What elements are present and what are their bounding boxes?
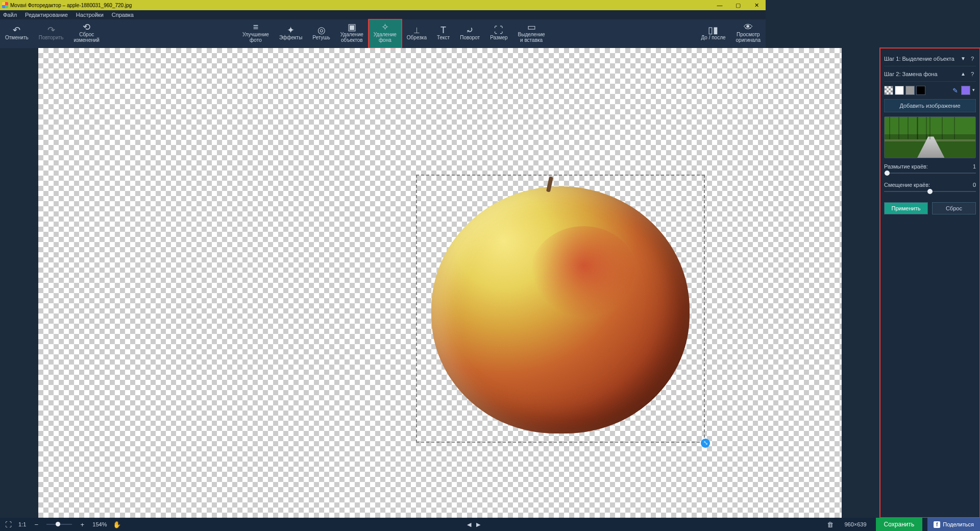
subject-apple	[431, 186, 690, 415]
menu-settings[interactable]: Настройки	[76, 12, 104, 18]
enhance-button[interactable]: ≡Улучшение фото	[237, 19, 274, 48]
window-minimize[interactable]: —	[710, 0, 729, 10]
retouch-icon: ◎	[317, 28, 326, 33]
remove-obj-icon: ▣	[348, 25, 356, 30]
menu-help[interactable]: Справка	[112, 12, 134, 18]
remove-bg-icon: ✧	[381, 25, 389, 30]
crop-icon: ⟂	[414, 28, 420, 33]
rotate-button[interactable]: ⤾Поворот	[455, 19, 485, 48]
copy-paste-button[interactable]: ▭Выделение и вставка	[513, 19, 550, 48]
window-titlebar: Movavi Фоторедактор – apple-1880031_960_…	[0, 0, 766, 10]
redo-icon: ↷	[47, 28, 55, 33]
view-original-button[interactable]: 👁Просмотр оригинала	[731, 19, 766, 48]
menu-edit[interactable]: Редактирование	[25, 12, 68, 18]
redo-button[interactable]: ↷Повторить	[34, 19, 69, 48]
rotate-icon: ⤾	[466, 28, 474, 33]
window-title: Movavi Фоторедактор – apple-1880031_960_…	[10, 3, 132, 8]
app-icon	[2, 2, 8, 8]
window-maximize[interactable]: ▢	[729, 0, 747, 10]
window-close[interactable]: ✕	[747, 0, 766, 10]
text-button[interactable]: TТекст	[432, 19, 455, 48]
effects-icon: ✦	[287, 28, 295, 33]
menu-bar: Файл Редактирование Настройки Справка	[0, 10, 766, 19]
remove-objects-button[interactable]: ▣Удаление объектов	[335, 19, 369, 48]
reset-changes-button[interactable]: ⟲Сброс изменений	[69, 19, 105, 48]
undo-button[interactable]: ↶Отменить	[0, 19, 34, 48]
enhance-icon: ≡	[253, 25, 259, 30]
effects-button[interactable]: ✦Эффекты	[274, 19, 307, 48]
text-icon: T	[440, 28, 446, 33]
selection-icon: ▭	[527, 25, 536, 30]
selection-box[interactable]: ⤡	[416, 175, 705, 415]
crop-button[interactable]: ⟂Обрезка	[402, 19, 432, 48]
undo-icon: ↶	[13, 28, 20, 33]
retouch-button[interactable]: ◎Ретушь	[307, 19, 335, 48]
resize-icon: ⛶	[494, 28, 503, 33]
before-after-button[interactable]: ▯▮До / после	[696, 19, 730, 48]
reset-icon: ⟲	[83, 25, 90, 30]
resize-button[interactable]: ⛶Размер	[485, 19, 512, 48]
eye-icon: 👁	[744, 25, 753, 30]
remove-background-button[interactable]: ✧Удаление фона	[369, 19, 402, 48]
image-canvas[interactable]: ⤡	[38, 48, 766, 415]
main-toolbar: ↶Отменить ↷Повторить ⟲Сброс изменений ≡У…	[0, 19, 766, 48]
canvas-workspace: ⤡	[0, 48, 766, 415]
menu-file[interactable]: Файл	[3, 12, 17, 18]
compare-icon: ▯▮	[708, 28, 718, 33]
